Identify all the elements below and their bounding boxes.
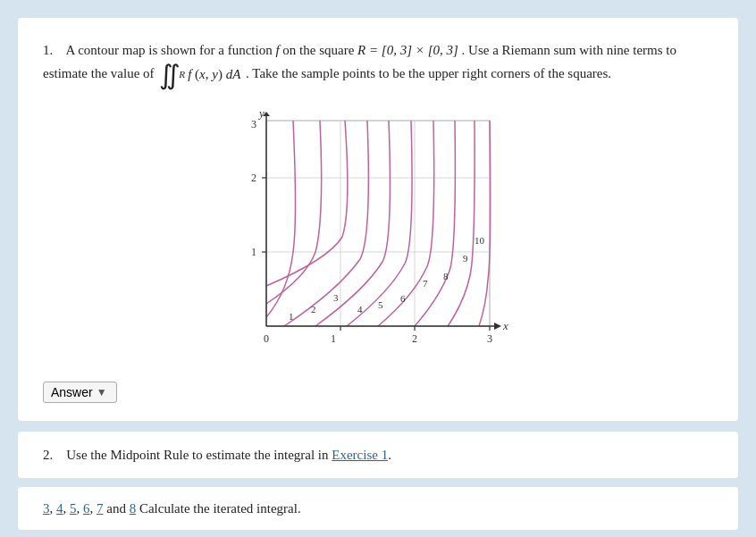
svg-marker-7: [494, 323, 501, 330]
origin-label: 0: [264, 332, 269, 345]
problem-text-part1: A contour map is shown for a function: [65, 43, 275, 57]
contour-label-8: 8: [443, 271, 449, 281]
problem-1-container: 1. A contour map is shown for a function…: [18, 18, 738, 421]
link-5[interactable]: 5: [70, 501, 77, 516]
y-tick-2: 2: [251, 172, 256, 184]
R-equation: R = [0, 3] × [0, 3]: [357, 43, 458, 57]
link-3[interactable]: 3: [43, 501, 50, 516]
contour-label-3: 3: [333, 292, 339, 303]
answer-button[interactable]: Answer ▼: [43, 382, 117, 403]
x-axis-label: x: [502, 319, 508, 332]
contour-label-6: 6: [400, 293, 406, 304]
problem-number: 1.: [43, 43, 53, 57]
comma-1: ,: [50, 501, 57, 516]
y-tick-1: 1: [251, 246, 256, 258]
x-tick-1: 1: [331, 332, 336, 345]
text-and: and: [106, 501, 129, 516]
integral-symbol: ∬: [159, 62, 181, 88]
problem-3-row: 3, 4, 5, 6, 7 and 8 Calculate the iterat…: [18, 487, 738, 530]
problem-1-text: 1. A contour map is shown for a function…: [43, 39, 713, 88]
contour-label-9: 9: [463, 253, 468, 264]
problem-text-part4: . Take the sample points to be the upper…: [246, 66, 611, 80]
problem-2-number: 2.: [43, 448, 53, 462]
comma-2: ,: [63, 501, 71, 516]
contour-label-5: 5: [378, 299, 383, 310]
contour-label-4: 4: [357, 304, 363, 315]
comma-3: ,: [77, 501, 84, 516]
comma-4: ,: [90, 501, 97, 516]
contour-label-1: 1: [289, 311, 294, 322]
problem-1: 1. A contour map is shown for a function…: [43, 39, 713, 403]
problem-2-text: Use the Midpoint Rule to estimate the in…: [66, 448, 328, 462]
text-calculate: Calculate the iterated integral.: [139, 501, 301, 516]
y-axis-label: y: [257, 112, 265, 120]
problem-2-end: .: [388, 448, 391, 462]
integrand: f (x, y) dA: [188, 63, 240, 86]
problem-2-container: 2. Use the Midpoint Rule to estimate the…: [18, 432, 738, 478]
contour-label-2: 2: [311, 304, 316, 315]
contour-chart-area: 1 2 3 x 1 2 3 y 0 1 2 3 4 5 6 7 8 9 10: [43, 112, 713, 362]
integral-subscript: R: [179, 66, 185, 83]
x-tick-2: 2: [412, 332, 417, 345]
answer-arrow: ▼: [97, 386, 107, 399]
exercise-1-link[interactable]: Exercise 1: [332, 448, 388, 462]
contour-label-7: 7: [423, 278, 428, 289]
link-4[interactable]: 4: [56, 501, 63, 516]
contour-map-svg: 1 2 3 x 1 2 3 y 0 1 2 3 4 5 6 7 8 9 10: [239, 112, 517, 362]
y-tick-3: 3: [251, 118, 256, 130]
answer-button-label: Answer: [51, 385, 93, 399]
svg-rect-0: [266, 121, 490, 326]
link-7[interactable]: 7: [97, 501, 104, 516]
problem-text-part2: on the square: [282, 43, 357, 57]
double-integral: ∬ R f (x, y) dA: [159, 62, 240, 88]
contour-label-10: 10: [475, 235, 485, 246]
answer-section: Answer ▼: [43, 378, 713, 403]
function-f: f: [275, 43, 279, 57]
x-tick-3: 3: [487, 332, 492, 345]
link-6[interactable]: 6: [83, 501, 90, 516]
link-8[interactable]: 8: [130, 501, 137, 516]
